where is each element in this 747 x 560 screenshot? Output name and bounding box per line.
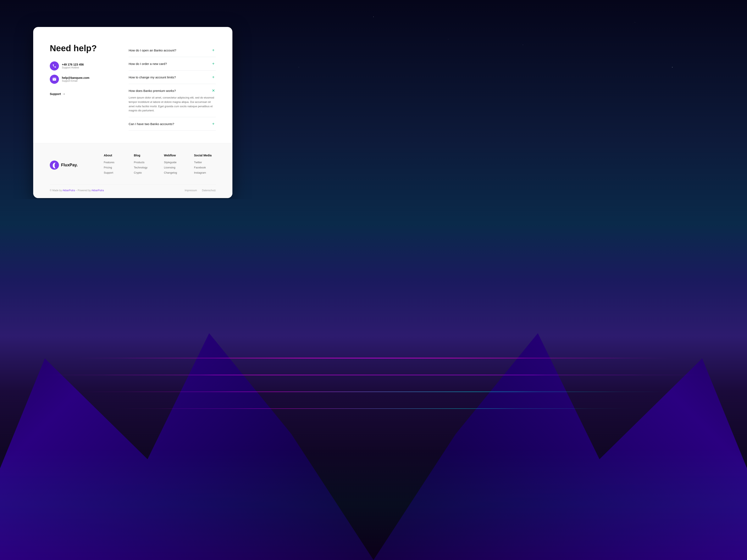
footer-author-link-2[interactable]: AkbarPutra xyxy=(91,189,104,192)
faq-item-2: How do I order a new card? + xyxy=(129,57,216,71)
faq-question-3: How to change my account limits? xyxy=(129,76,176,79)
footer-link-features[interactable]: Features xyxy=(104,161,126,164)
faq-item-4: How does Banko premium works? ✕ Lorem ip… xyxy=(129,84,216,117)
arrow-icon: → xyxy=(62,92,66,96)
footer-legal: Impressum Datenschutz xyxy=(185,189,216,192)
faq-item-5: Can I have two Banko accounts? + xyxy=(129,117,216,131)
faq-close-icon-4: ✕ xyxy=(211,88,216,93)
support-link-text: Support xyxy=(50,92,61,96)
faq-item-3: How to change my account limits? + xyxy=(129,71,216,84)
faq-section: How do I open an Banko account? + How do… xyxy=(129,44,216,131)
datenschutz-link[interactable]: Datenschutz xyxy=(202,189,216,192)
fluxpay-logo-icon xyxy=(50,161,59,170)
footer: FluxPay. About Features Pricing Support … xyxy=(33,143,232,198)
footer-link-twitter[interactable]: Twitter xyxy=(194,161,216,164)
footer-col-title-social: Social Media xyxy=(194,154,216,157)
faq-plus-icon-2: + xyxy=(211,61,216,66)
email-details: help@banquee.com Support Email xyxy=(62,76,89,82)
footer-copyright: © Made by AkbarPutra – Powered by AkbarP… xyxy=(50,189,104,192)
faq-plus-icon-1: + xyxy=(211,48,216,53)
footer-link-pricing[interactable]: Pricing xyxy=(104,166,126,169)
footer-link-styleguide[interactable]: Styleguide xyxy=(164,161,186,164)
phone-number: +49 176 123 456 xyxy=(62,63,84,66)
footer-link-instagram[interactable]: Instagram xyxy=(194,171,216,174)
footer-author-link-1[interactable]: AkbarPutra xyxy=(62,189,75,192)
main-card: Need help? +49 176 123 456 Support Hotli… xyxy=(33,27,232,198)
impressum-link[interactable]: Impressum xyxy=(185,189,197,192)
footer-link-support[interactable]: Support xyxy=(104,171,126,174)
help-section: Need help? +49 176 123 456 Support Hotli… xyxy=(33,27,232,143)
footer-col-blog: Blog Products Technology Crypto xyxy=(134,154,156,176)
faq-header-4[interactable]: How does Banko premium works? ✕ xyxy=(129,88,216,93)
email-label: Support Email xyxy=(62,79,89,82)
phone-details: +49 176 123 456 Support Hotline xyxy=(62,63,84,69)
faq-item-1: How do I open an Banko account? + xyxy=(129,44,216,57)
footer-link-technology[interactable]: Technology xyxy=(134,166,156,169)
footer-cols: About Features Pricing Support Blog Prod… xyxy=(104,154,216,176)
faq-header-1[interactable]: How do I open an Banko account? + xyxy=(129,48,216,53)
faq-question-2: How do I order a new card? xyxy=(129,62,167,65)
footer-link-licensing[interactable]: Licensing xyxy=(164,166,186,169)
help-left: Need help? +49 176 123 456 Support Hotli… xyxy=(50,44,112,131)
faq-header-2[interactable]: How do I order a new card? + xyxy=(129,61,216,66)
footer-col-webflow: Webflow Styleguide Licensing Changelog xyxy=(164,154,186,176)
footer-link-crypto[interactable]: Crypto xyxy=(134,171,156,174)
faq-question-1: How do I open an Banko account? xyxy=(129,49,176,52)
email-icon-circle xyxy=(50,75,59,84)
faq-answer-4: Lorem ipsum dolor sit amet, consectetur … xyxy=(129,96,216,113)
faq-plus-icon-3: + xyxy=(211,75,216,80)
footer-logo: FluxPay. xyxy=(50,154,91,176)
phone-icon xyxy=(52,64,56,68)
help-title: Need help? xyxy=(50,44,112,53)
footer-col-title-blog: Blog xyxy=(134,154,156,157)
phone-icon-circle xyxy=(50,61,59,71)
footer-col-social: Social Media Twitter Facebook Instagram xyxy=(194,154,216,176)
email-icon xyxy=(52,77,56,81)
email-contact: help@banquee.com Support Email xyxy=(50,75,112,84)
footer-link-facebook[interactable]: Facebook xyxy=(194,166,216,169)
logo-text: FluxPay. xyxy=(61,163,78,167)
footer-link-changelog[interactable]: Changelog xyxy=(164,171,186,174)
phone-contact: +49 176 123 456 Support Hotline xyxy=(50,61,112,71)
email-address: help@banquee.com xyxy=(62,76,89,79)
faq-header-3[interactable]: How to change my account limits? + xyxy=(129,75,216,80)
faq-plus-icon-5: + xyxy=(211,121,216,126)
footer-link-products[interactable]: Products xyxy=(134,161,156,164)
footer-top: FluxPay. About Features Pricing Support … xyxy=(50,154,216,176)
footer-col-title-about: About xyxy=(104,154,126,157)
phone-label: Support Hotline xyxy=(62,66,84,69)
support-link[interactable]: Support → xyxy=(50,92,66,96)
faq-question-4: How does Banko premium works? xyxy=(129,89,176,92)
footer-col-title-webflow: Webflow xyxy=(164,154,186,157)
faq-question-5: Can I have two Banko accounts? xyxy=(129,122,174,126)
footer-col-about: About Features Pricing Support xyxy=(104,154,126,176)
footer-bottom: © Made by AkbarPutra – Powered by AkbarP… xyxy=(50,185,216,192)
faq-header-5[interactable]: Can I have two Banko accounts? + xyxy=(129,121,216,126)
